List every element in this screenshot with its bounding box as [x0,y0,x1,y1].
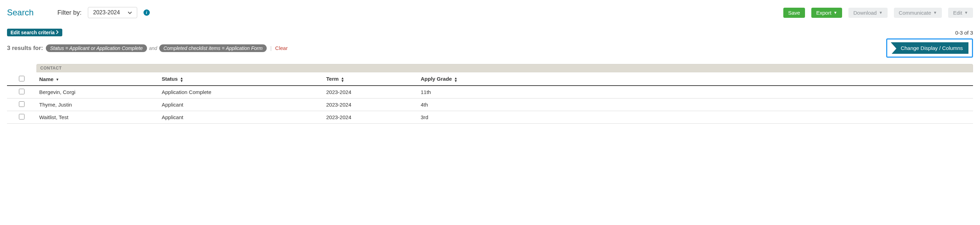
results-table-wrap: CONTACT Name ▼ Status ▲▼ Term ▲▼ [7,64,973,124]
pipe-divider: | [270,45,272,51]
filter-chip-checklist[interactable]: Completed checklist items = Application … [159,44,267,52]
filter-chip-status[interactable]: Status = Applicant or Application Comple… [46,44,147,52]
column-header-status-label: Status [162,76,178,82]
save-button-label: Save [788,10,800,16]
table-row: Bergevin, CorgiApplication Complete2023-… [7,86,973,98]
cell-status: Application Complete [159,86,323,98]
chevron-down-icon [128,10,132,16]
download-button-label: Download [853,10,877,16]
communicate-button[interactable]: Communicate ▼ [894,8,942,18]
sort-icon: ▲▼ [454,77,457,82]
top-bar: Search Filter by: 2023-2024 i Save Expor… [7,7,973,18]
column-group-contact: CONTACT [37,64,973,72]
filter-term-select[interactable]: 2023-2024 [88,7,137,18]
results-row: 3 results for: Status = Applicant or App… [7,38,973,58]
column-header-term[interactable]: Term ▲▼ [323,72,418,86]
select-all-header [7,72,37,86]
edit-search-criteria-label: Edit search criteria [11,30,55,35]
results-range: 0-3 of 3 [955,30,973,36]
change-columns-highlight: Change Display / Columns [886,38,973,58]
cell-name[interactable]: Thyme, Justin [37,98,159,111]
cell-status: Applicant [159,111,323,124]
results-left: 3 results for: Status = Applicant or App… [7,44,288,52]
export-button[interactable]: Export ▼ [811,8,842,18]
cell-name[interactable]: Bergevin, Corgi [37,86,159,98]
table-row: Waitlist, TestApplicant2023-20243rd [7,111,973,124]
page-title: Search [7,8,33,17]
edit-button[interactable]: Edit ▼ [948,8,973,18]
column-header-grade-label: Apply Grade [421,76,452,82]
cell-status: Applicant [159,98,323,111]
table-row: Thyme, JustinApplicant2023-20244th [7,98,973,111]
column-header-status[interactable]: Status ▲▼ [159,72,323,86]
cell-grade: 11th [418,86,973,98]
cell-grade: 4th [418,98,973,111]
sort-desc-icon: ▼ [56,78,59,81]
row-checkbox[interactable] [19,89,24,94]
cell-term: 2023-2024 [323,98,418,111]
filter-by-label: Filter by: [57,9,81,16]
cell-grade: 3rd [418,111,973,124]
column-header-name[interactable]: Name ▼ [37,72,159,86]
results-table: Name ▼ Status ▲▼ Term ▲▼ Apply Grade ▲▼ … [7,72,973,124]
download-button[interactable]: Download ▼ [848,8,888,18]
filter-term-value: 2023-2024 [93,10,120,16]
select-all-checkbox[interactable] [19,76,24,81]
chevron-right-icon [56,30,59,35]
cell-name[interactable]: Waitlist, Test [37,111,159,124]
chevron-down-icon: ▼ [964,11,968,15]
info-icon[interactable]: i [143,10,150,16]
edit-search-criteria-button[interactable]: Edit search criteria [7,29,62,36]
change-display-columns-button[interactable]: Change Display / Columns [891,42,969,54]
column-header-grade[interactable]: Apply Grade ▲▼ [418,72,973,86]
communicate-button-label: Communicate [899,10,931,16]
change-display-columns-label: Change Display / Columns [900,45,963,51]
chevron-down-icon: ▼ [879,11,883,15]
clear-filters-link[interactable]: Clear [275,45,288,51]
save-button[interactable]: Save [783,8,805,18]
row-checkbox[interactable] [19,101,24,107]
cell-term: 2023-2024 [323,111,418,124]
sort-icon: ▲▼ [341,77,344,82]
criteria-bar: Edit search criteria 0-3 of 3 [7,29,973,36]
row-checkbox[interactable] [19,114,24,119]
cell-term: 2023-2024 [323,86,418,98]
export-button-label: Export [816,10,831,16]
column-header-name-label: Name [39,76,54,82]
chevron-down-icon: ▼ [933,11,937,15]
sort-icon: ▲▼ [180,77,183,82]
and-text: and [149,46,157,51]
column-header-term-label: Term [326,76,339,82]
edit-button-label: Edit [953,10,962,16]
results-count-label: 3 results for: [7,45,43,52]
chevron-down-icon: ▼ [834,11,837,15]
